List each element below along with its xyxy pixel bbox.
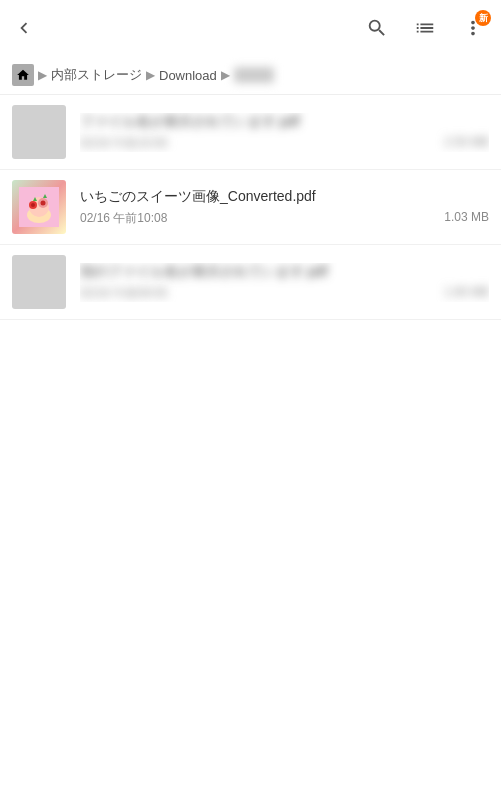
top-bar-left xyxy=(4,8,44,48)
file-thumbnail xyxy=(12,255,66,309)
file-size: 1.80 MB xyxy=(444,285,489,302)
file-thumbnail xyxy=(12,180,66,234)
home-icon[interactable] xyxy=(12,64,34,86)
file-date: 02/16 午前10:08 xyxy=(80,210,167,227)
back-button[interactable] xyxy=(4,8,44,48)
file-name: ファイル名が表示されています.pdf xyxy=(80,113,489,131)
top-bar: 新 xyxy=(0,0,501,56)
breadcrumb-arrow-2: ▶ xyxy=(146,68,155,82)
new-badge: 新 xyxy=(475,10,491,26)
breadcrumb-arrow-3: ▶ xyxy=(221,68,230,82)
breadcrumb-arrow-1: ▶ xyxy=(38,68,47,82)
file-date: 02/16 午前09:55 xyxy=(80,285,167,302)
file-size: 2.50 MB xyxy=(444,135,489,152)
more-options-button[interactable]: 新 xyxy=(453,8,493,48)
file-name: 別のファイル名が表示されています.pdf xyxy=(80,263,489,281)
file-meta: 02/16 午前10:00 2.50 MB xyxy=(80,135,489,152)
file-item[interactable]: いちごのスイーツ画像_Converted.pdf 02/16 午前10:08 1… xyxy=(0,170,501,245)
file-info: ファイル名が表示されています.pdf 02/16 午前10:00 2.50 MB xyxy=(80,113,489,152)
breadcrumb: ▶ 内部ストレージ ▶ Download ▶ xyxy=(0,56,501,95)
file-list: ファイル名が表示されています.pdf 02/16 午前10:00 2.50 MB xyxy=(0,95,501,320)
breadcrumb-download[interactable]: Download xyxy=(159,68,217,83)
breadcrumb-subfolder[interactable] xyxy=(234,67,274,83)
svg-point-8 xyxy=(41,201,46,206)
list-view-button[interactable] xyxy=(405,8,445,48)
breadcrumb-internal-storage[interactable]: 内部ストレージ xyxy=(51,66,142,84)
svg-point-7 xyxy=(31,203,35,207)
file-thumbnail xyxy=(12,105,66,159)
file-meta: 02/16 午前09:55 1.80 MB xyxy=(80,285,489,302)
file-meta: 02/16 午前10:08 1.03 MB xyxy=(80,210,489,227)
file-size: 1.03 MB xyxy=(444,210,489,227)
top-bar-right: 新 xyxy=(357,8,493,48)
file-name: いちごのスイーツ画像_Converted.pdf xyxy=(80,188,489,206)
file-item[interactable]: 別のファイル名が表示されています.pdf 02/16 午前09:55 1.80 … xyxy=(0,245,501,320)
search-button[interactable] xyxy=(357,8,397,48)
file-info: いちごのスイーツ画像_Converted.pdf 02/16 午前10:08 1… xyxy=(80,188,489,227)
file-item[interactable]: ファイル名が表示されています.pdf 02/16 午前10:00 2.50 MB xyxy=(0,95,501,170)
file-date: 02/16 午前10:00 xyxy=(80,135,167,152)
file-info: 別のファイル名が表示されています.pdf 02/16 午前09:55 1.80 … xyxy=(80,263,489,302)
